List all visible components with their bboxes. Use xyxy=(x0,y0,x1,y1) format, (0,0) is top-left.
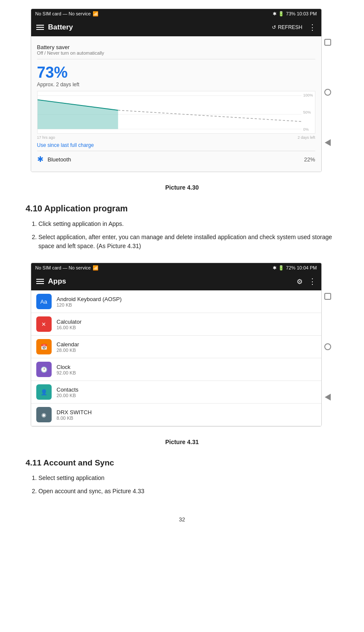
app-info-calculator: Calculator 16.00 KB xyxy=(57,319,82,330)
section-411-heading: 4.11 Account and Sync xyxy=(26,458,338,468)
app-icon-calculator: ✕ xyxy=(36,316,52,332)
step-411-2: Open account and sync, as Picture 4.33 xyxy=(38,487,338,496)
bluetooth-row[interactable]: ✱ Bluetooth 22% xyxy=(37,151,315,167)
battery-content: Battery saver Off / Never turn on automa… xyxy=(31,36,321,172)
status-bar-left: No SIM card — No service 📶 xyxy=(35,11,99,17)
side-button-back xyxy=(325,139,331,146)
app-info-contacts: Contacts 20.00 KB xyxy=(57,386,79,398)
battery-screenshot: No SIM card — No service 📶 ✱ 🔋 73% 10:03… xyxy=(31,9,322,172)
refresh-label: REFRESH xyxy=(278,24,302,30)
apps-battery-icon: 🔋 xyxy=(278,265,284,271)
refresh-button[interactable]: ↺ REFRESH xyxy=(272,24,302,30)
apps-toolbar-title: Apps xyxy=(48,277,292,286)
section-410-heading: 4.10 Application program xyxy=(26,204,338,214)
battery-chart: 100% 50% 0% xyxy=(37,91,315,134)
chart-x-right: 2 days left xyxy=(297,135,315,140)
step-411-1: Select setting application xyxy=(38,474,338,483)
app-info-clock: Clock 92.00 KB xyxy=(57,364,76,375)
battery-percentage: 73% xyxy=(37,64,315,82)
apps-screenshot-wrapper: No SIM card — No service 📶 ✱ 🔋 72% 10:04… xyxy=(31,263,334,431)
app-icon-android-keyboard: Aa xyxy=(36,294,52,309)
apps-sim-status: No SIM card — No service xyxy=(35,265,91,270)
chart-x-labels: 17 hrs ago 2 days left xyxy=(37,135,315,140)
app-icon-drx: ◉ xyxy=(36,407,52,422)
chart-y-50: 50% xyxy=(303,110,313,114)
app-list: Aa Android Keyboard (AOSP) 120 KB ✕ Calc… xyxy=(31,290,321,426)
apps-status-left: No SIM card — No service 📶 xyxy=(35,265,99,271)
caption-1: Picture 4.30 xyxy=(165,184,199,191)
app-info-android-keyboard: Android Keyboard (AOSP) 120 KB xyxy=(57,296,122,307)
apps-screenshot: No SIM card — No service 📶 ✱ 🔋 72% 10:04… xyxy=(31,263,322,427)
apps-wifi-icon: 📶 xyxy=(93,265,99,271)
apps-toolbar-actions: ⚙ ⋮ xyxy=(297,277,316,286)
app-info-calendar: Calendar 28.00 KB xyxy=(57,341,79,353)
more-options-icon[interactable]: ⋮ xyxy=(309,23,316,32)
app-info-drx: DRX SWITCH 8.00 KB xyxy=(57,409,92,421)
chart-y-100: 100% xyxy=(303,93,313,97)
use-since-charge[interactable]: Use since last full charge xyxy=(37,142,315,148)
section-410-list: Click setting application in Apps. Selec… xyxy=(26,219,338,255)
caption-2: Picture 4.31 xyxy=(165,439,199,445)
apps-more-options-icon[interactable]: ⋮ xyxy=(309,277,316,286)
status-bar-right: ✱ 🔋 73% 10:03 PM xyxy=(273,11,317,17)
apps-time: 72% 10:04 PM xyxy=(286,265,317,270)
chart-x-left: 17 hrs ago xyxy=(37,135,55,140)
battery-status-icon: 🔋 xyxy=(278,11,284,17)
phone-side-buttons xyxy=(322,9,334,176)
apps-toolbar: Apps ⚙ ⋮ xyxy=(31,272,321,290)
app-icon-clock: 🕐 xyxy=(36,362,52,377)
step-410-1: Click setting application in Apps. xyxy=(38,219,338,228)
bluetooth-status-icon: ✱ xyxy=(273,11,277,17)
bluetooth-icon: ✱ xyxy=(37,155,44,164)
settings-icon[interactable]: ⚙ xyxy=(297,278,303,286)
app-icon-calendar: 📅 xyxy=(36,339,52,354)
side-button-square xyxy=(324,39,331,46)
app-item-5[interactable]: ◉ DRX SWITCH 8.00 KB xyxy=(31,404,321,426)
battery-toolbar: Battery ↺ REFRESH ⋮ xyxy=(31,18,321,36)
bluetooth-label: Bluetooth xyxy=(48,156,300,163)
app-item-3[interactable]: 🕐 Clock 92.00 KB xyxy=(31,358,321,381)
apps-bt-icon: ✱ xyxy=(273,265,277,271)
apps-side-button-square xyxy=(324,293,331,300)
apps-status-right: ✱ 🔋 72% 10:04 PM xyxy=(273,265,317,271)
battery-time-left: Approx. 2 days left xyxy=(37,82,315,88)
battery-screenshot-wrapper: No SIM card — No service 📶 ✱ 🔋 73% 10:03… xyxy=(31,9,334,176)
side-button-circle xyxy=(324,89,331,96)
app-item-0[interactable]: Aa Android Keyboard (AOSP) 120 KB xyxy=(31,290,321,313)
status-time: 73% 10:03 PM xyxy=(286,11,317,16)
app-item-2[interactable]: 📅 Calendar 28.00 KB xyxy=(31,336,321,358)
battery-saver-title: Battery saver xyxy=(37,44,315,50)
app-item-4[interactable]: 👤 Contacts 20.00 KB xyxy=(31,381,321,404)
svg-marker-3 xyxy=(38,100,118,129)
battery-toolbar-title: Battery xyxy=(48,23,268,32)
apps-status-bar: No SIM card — No service 📶 ✱ 🔋 72% 10:04… xyxy=(31,263,321,272)
apps-side-buttons xyxy=(322,263,334,431)
bluetooth-percent: 22% xyxy=(304,156,315,163)
battery-status-bar: No SIM card — No service 📶 ✱ 🔋 73% 10:03… xyxy=(31,9,321,18)
app-item-1[interactable]: ✕ Calculator 16.00 KB xyxy=(31,313,321,336)
chart-y-labels: 100% 50% 0% xyxy=(303,91,313,133)
chart-y-0: 0% xyxy=(303,127,313,132)
toolbar-actions: ↺ REFRESH ⋮ xyxy=(272,23,316,32)
apps-side-button-circle xyxy=(324,343,331,350)
step-410-2: Select application, after enter, you can… xyxy=(38,233,338,251)
hamburger-menu[interactable] xyxy=(36,25,44,30)
apps-side-button-back xyxy=(325,394,331,401)
sim-status: No SIM card — No service xyxy=(35,11,91,16)
battery-saver-subtitle: Off / Never turn on automatically xyxy=(37,50,315,56)
section-411-list: Select setting application Open account … xyxy=(26,474,338,500)
wifi-icon: 📶 xyxy=(93,11,99,17)
refresh-icon: ↺ xyxy=(272,24,276,30)
battery-saver-row[interactable]: Battery saver Off / Never turn on automa… xyxy=(37,41,315,59)
apps-hamburger[interactable] xyxy=(36,279,44,284)
page-number: 32 xyxy=(26,516,338,523)
app-icon-contacts: 👤 xyxy=(36,384,52,400)
